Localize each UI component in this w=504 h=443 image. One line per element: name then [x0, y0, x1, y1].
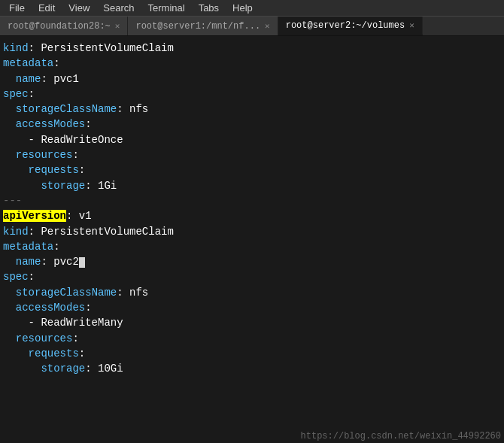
menu-bar: File Edit View Search Terminal Tabs Help — [0, 0, 504, 17]
line-19: resources: — [3, 331, 501, 346]
line-3: name: pvc1 — [3, 71, 501, 86]
terminal-area: kind: PersistentVolumeClaim metadata: na… — [0, 36, 504, 443]
tab-2-label: root@server2:~/volumes — [286, 20, 405, 31]
menu-search[interactable]: Search — [97, 1, 140, 15]
tab-bar: root@foundation28:~ ✕ root@server1:/mnt/… — [0, 17, 504, 36]
line-20: requests: — [3, 346, 501, 361]
line-8: resources: — [3, 147, 501, 162]
line-1: kind: PersistentVolumeClaim — [3, 41, 501, 56]
line-9: requests: — [3, 162, 501, 178]
menu-help[interactable]: Help — [226, 1, 259, 15]
line-13: metadata: — [3, 239, 501, 254]
tab-0-close[interactable]: ✕ — [115, 21, 120, 31]
line-sep: --- — [3, 193, 501, 208]
menu-view[interactable]: View — [62, 1, 96, 15]
line-7: - ReadWriteOnce — [3, 132, 501, 147]
line-12: kind: PersistentVolumeClaim — [3, 224, 501, 239]
tab-1[interactable]: root@server1:/mnt/nf... ✕ — [128, 17, 278, 35]
line-4: spec: — [3, 86, 501, 102]
tab-1-label: root@server1:/mnt/nf... — [135, 21, 260, 32]
tab-2[interactable]: root@server2:~/volumes ✕ — [278, 17, 423, 35]
line-5: storageClassName: nfs — [3, 102, 501, 117]
line-18: - ReadWriteMany — [3, 315, 501, 330]
menu-edit[interactable]: Edit — [32, 1, 61, 15]
tab-2-close[interactable]: ✕ — [409, 20, 414, 30]
menu-file[interactable]: File — [3, 1, 31, 15]
line-17: accessModes: — [3, 300, 501, 315]
line-14: name: pvc2 — [3, 254, 501, 269]
line-15: spec: — [3, 269, 501, 284]
line-21: storage: 10Gi — [3, 361, 501, 376]
menu-tabs[interactable]: Tabs — [193, 1, 225, 15]
text-cursor — [79, 257, 85, 268]
menu-terminal[interactable]: Terminal — [142, 1, 191, 15]
tab-0[interactable]: root@foundation28:~ ✕ — [0, 17, 128, 35]
line-2: metadata: — [3, 56, 501, 71]
line-16: storageClassName: nfs — [3, 285, 501, 300]
tab-1-close[interactable]: ✕ — [265, 21, 270, 31]
watermark: https://blog.csdn.net/weixin_44992260 — [301, 431, 501, 441]
line-6: accessModes: — [3, 117, 501, 132]
line-apiversion: apiVersion: v1 — [3, 208, 501, 223]
tab-0-label: root@foundation28:~ — [8, 21, 111, 32]
line-10: storage: 1Gi — [3, 178, 501, 193]
